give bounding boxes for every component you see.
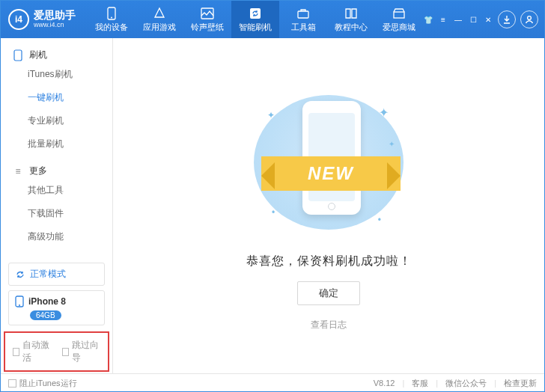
device-phone-icon	[15, 295, 24, 307]
svg-point-1	[111, 16, 112, 18]
sidebar-group-flash: 刷机	[1, 46, 112, 63]
footer: 阻止iTunes运行 V8.12| 客服| 微信公众号| 检查更新	[1, 373, 544, 392]
new-ribbon: NEW	[261, 156, 401, 191]
nav-apps[interactable]: 应用游戏	[136, 1, 183, 38]
device-box[interactable]: iPhone 8 64GB	[8, 290, 105, 325]
sync-icon	[15, 269, 25, 280]
image-icon	[201, 7, 214, 20]
main-panel: ✦ ✦ ✦ • • NEW 恭喜您，保资料刷机成功啦！ 确定 查看日志	[113, 38, 544, 373]
sidebar-item-advanced[interactable]: 高级功能	[1, 225, 112, 248]
sidebar-group-label: 更多	[29, 165, 47, 177]
svg-rect-3	[250, 8, 261, 19]
top-nav: 我的设备 应用游戏 铃声壁纸 智能刷机 工具箱 教程中心 爱思商城	[88, 1, 423, 38]
nav-toolbox[interactable]: 工具箱	[279, 1, 327, 38]
window-controls: 👕 ≡ — ☐ ✕	[423, 16, 493, 24]
brand-url: www.i4.cn	[34, 22, 76, 29]
update-link[interactable]: 检查更新	[504, 378, 537, 389]
sidebar-group-more: ≡ 更多	[1, 162, 112, 179]
mode-box[interactable]: 正常模式	[8, 263, 105, 286]
support-link[interactable]: 客服	[412, 378, 428, 389]
user-button[interactable]	[520, 10, 538, 28]
nav-flash[interactable]: 智能刷机	[231, 1, 279, 38]
nav-label: 智能刷机	[239, 22, 272, 33]
checkbox-label: 自动激活	[22, 339, 51, 364]
mode-label: 正常模式	[30, 268, 66, 281]
maximize-icon[interactable]: ☐	[468, 16, 478, 24]
nav-label: 工具箱	[291, 22, 316, 33]
checkbox-label: 跳过向导	[72, 339, 100, 364]
header-right: 👕 ≡ — ☐ ✕	[423, 10, 544, 28]
menu-icon[interactable]: ≡	[438, 16, 448, 24]
brand-title: 爱思助手	[34, 10, 76, 21]
svg-point-9	[19, 304, 20, 306]
sidebar: 刷机 iTunes刷机 一键刷机 专业刷机 批量刷机 ≡ 更多 其他工具 下载固…	[1, 38, 113, 373]
skin-icon[interactable]: 👕	[423, 16, 433, 24]
nav-tutorials[interactable]: 教程中心	[327, 1, 375, 38]
sidebar-item-pro[interactable]: 专业刷机	[1, 109, 112, 132]
flash-options: 自动激活 跳过向导	[4, 331, 109, 372]
nav-label: 爱思商城	[383, 22, 415, 33]
checkbox-label: 阻止iTunes运行	[19, 378, 77, 389]
refresh-icon	[249, 7, 262, 20]
nav-devices[interactable]: 我的设备	[88, 1, 136, 38]
book-icon	[344, 7, 358, 20]
svg-rect-4	[298, 11, 308, 18]
device-name: iPhone 8	[28, 296, 66, 307]
brand-logo-icon: i4	[8, 9, 29, 30]
sidebar-item-onekey[interactable]: 一键刷机	[1, 86, 112, 109]
svg-point-6	[528, 16, 532, 20]
sidebar-item-batch[interactable]: 批量刷机	[1, 132, 112, 156]
minimize-icon[interactable]: —	[453, 16, 463, 24]
svg-rect-7	[14, 50, 22, 61]
phone-icon	[105, 7, 118, 20]
view-log-link[interactable]: 查看日志	[311, 319, 347, 331]
auto-activate-checkbox[interactable]: 自动激活	[13, 339, 52, 364]
store-icon	[392, 7, 406, 20]
nav-store[interactable]: 爱思商城	[375, 1, 423, 38]
toolbox-icon	[296, 7, 310, 20]
close-icon[interactable]: ✕	[483, 16, 493, 24]
nav-ringtones[interactable]: 铃声壁纸	[183, 1, 231, 38]
svg-rect-5	[394, 12, 404, 18]
sidebar-item-other[interactable]: 其他工具	[1, 179, 112, 202]
nav-label: 教程中心	[335, 22, 368, 33]
brand: i4 爱思助手 www.i4.cn	[1, 9, 88, 30]
sidebar-item-itunes[interactable]: iTunes刷机	[1, 63, 112, 86]
app-header: i4 爱思助手 www.i4.cn 我的设备 应用游戏 铃声壁纸 智能刷机 工具…	[1, 1, 544, 38]
nav-label: 铃声壁纸	[191, 22, 224, 33]
sidebar-group-label: 刷机	[29, 49, 47, 61]
phone-outline-icon	[13, 50, 23, 61]
download-button[interactable]	[498, 10, 516, 28]
ok-button[interactable]: 确定	[297, 281, 360, 305]
block-itunes-checkbox[interactable]: 阻止iTunes运行	[8, 378, 77, 389]
nav-label: 应用游戏	[143, 22, 176, 33]
skip-guide-checkbox[interactable]: 跳过向导	[62, 339, 101, 364]
sidebar-item-firmware[interactable]: 下载固件	[1, 202, 112, 225]
version-label: V8.12	[374, 379, 395, 388]
menu-lines-icon: ≡	[13, 166, 23, 177]
nav-label: 我的设备	[95, 22, 128, 33]
storage-badge: 64GB	[30, 310, 61, 320]
apps-icon	[153, 7, 166, 20]
success-message: 恭喜您，保资料刷机成功啦！	[246, 254, 412, 269]
wechat-link[interactable]: 微信公众号	[445, 378, 487, 389]
success-illustration: ✦ ✦ ✦ • • NEW	[246, 88, 411, 237]
